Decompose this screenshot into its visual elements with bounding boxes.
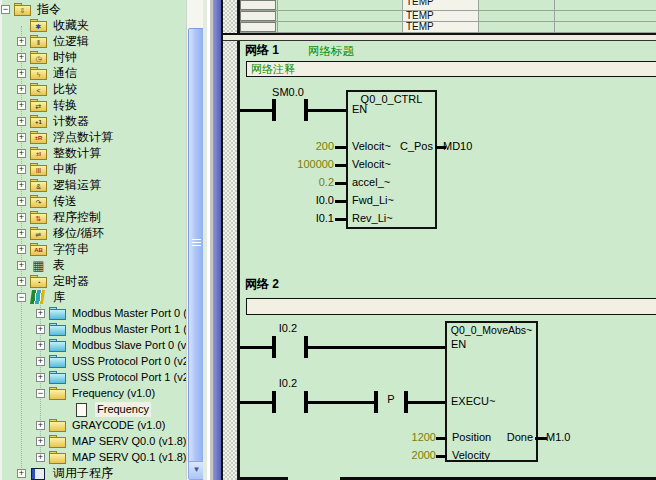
row-selector-cell[interactable] xyxy=(240,0,276,10)
tree-item-10[interactable]: +|||中断 xyxy=(0,161,186,177)
expand-toggle[interactable]: + xyxy=(17,245,26,254)
tree-item-1[interactable]: ✱收藏夹 xyxy=(0,17,186,33)
collapse-toggle[interactable]: − xyxy=(36,389,45,398)
param-value[interactable]: 2000 xyxy=(390,449,436,461)
param-value[interactable]: I0.1 xyxy=(268,212,334,224)
tree-item-27[interactable]: +MAP SERV Q0.0 (v1.8) xyxy=(0,433,186,449)
expand-toggle[interactable]: + xyxy=(17,53,26,62)
library-folder xyxy=(49,355,66,368)
expand-toggle[interactable]: + xyxy=(17,165,26,174)
contact-i0-2[interactable] xyxy=(304,336,308,358)
expand-toggle[interactable]: + xyxy=(17,213,26,222)
expand-toggle[interactable]: + xyxy=(36,341,45,350)
tree-item-15[interactable]: +AB字符串 xyxy=(0,241,186,257)
tree-scrollbar[interactable]: ▼ xyxy=(186,0,204,480)
tree-item-21[interactable]: +Modbus Slave Port 0 (v xyxy=(0,337,186,353)
expand-toggle[interactable]: + xyxy=(36,437,45,446)
expand-toggle[interactable]: + xyxy=(17,469,26,478)
network-1-title[interactable]: 网络标题 xyxy=(308,44,354,59)
param-value[interactable]: 0.2 xyxy=(268,176,334,188)
param-pin: Rev_Li~ xyxy=(352,212,393,224)
expand-toggle[interactable]: + xyxy=(17,149,26,158)
tree-item-3[interactable]: +◷时钟 xyxy=(0,49,186,65)
positive-edge-contact[interactable] xyxy=(404,391,408,413)
expand-toggle[interactable]: + xyxy=(17,101,26,110)
expand-toggle[interactable]: + xyxy=(17,37,26,46)
expand-toggle[interactable]: + xyxy=(17,69,26,78)
param-value[interactable]: 200 xyxy=(268,140,334,152)
network-1-label[interactable]: 网络 1 xyxy=(245,42,279,59)
expand-toggle[interactable]: + xyxy=(17,197,26,206)
tree-item-2[interactable]: +‖位逻辑 xyxy=(0,33,186,49)
var-type-cell[interactable]: TEMP xyxy=(406,0,434,8)
row-selector-cell[interactable] xyxy=(240,22,276,32)
param-value[interactable]: I0.0 xyxy=(268,194,334,206)
param-pin: accel_~ xyxy=(352,176,390,188)
expand-toggle[interactable]: + xyxy=(36,373,45,382)
expand-toggle[interactable]: + xyxy=(17,117,26,126)
collapse-toggle[interactable]: − xyxy=(1,5,10,14)
table-editor-splitter[interactable] xyxy=(223,33,656,41)
tree-item-7[interactable]: ++1计数器 xyxy=(0,113,186,129)
expand-toggle[interactable]: + xyxy=(17,85,26,94)
window-splitter[interactable] xyxy=(213,0,221,480)
edge-contact-label: P xyxy=(381,393,401,405)
row-selector-cell[interactable] xyxy=(240,11,276,21)
tree-item-25[interactable]: Frequency xyxy=(0,401,186,417)
param-value[interactable]: 100000 xyxy=(268,158,334,170)
expand-toggle[interactable]: + xyxy=(17,133,26,142)
tree-item-18[interactable]: −库 xyxy=(0,289,186,305)
instruction-tree[interactable]: −⇩指令✱收藏夹+‖位逻辑+◷时钟+ϟ通信+<比较+⇄转换++1计数器+±R浮点… xyxy=(0,0,186,480)
block-title: Q0_0_MoveAbs~ xyxy=(447,324,536,336)
tree-item-8[interactable]: +±R浮点数计算 xyxy=(0,129,186,145)
tree-item-26[interactable]: +GRAYCODE (v1.0) xyxy=(0,417,186,433)
contact-i0-2[interactable] xyxy=(272,391,276,413)
down-arrow-icon: ▼ xyxy=(193,465,201,474)
positive-edge-contact[interactable] xyxy=(374,391,378,413)
tree-item-14[interactable]: +⇌移位/循环 xyxy=(0,225,186,241)
expand-toggle[interactable]: + xyxy=(36,357,45,366)
expand-toggle[interactable]: + xyxy=(36,421,45,430)
tree-item-label: 计数器 xyxy=(51,114,91,129)
tree-item-13[interactable]: +⇅程序控制 xyxy=(0,209,186,225)
network-1-comment-box[interactable]: 网络注释 xyxy=(246,61,656,77)
expand-toggle[interactable]: + xyxy=(36,453,45,462)
block-en-pin: EN xyxy=(451,338,466,350)
expand-toggle[interactable]: + xyxy=(17,181,26,190)
contact-sm0-0[interactable] xyxy=(272,99,276,121)
tree-item-19[interactable]: +Modbus Master Port 0 ( xyxy=(0,305,186,321)
tree-item-4[interactable]: +ϟ通信 xyxy=(0,65,186,81)
expand-toggle[interactable]: + xyxy=(17,277,26,286)
expand-toggle[interactable]: + xyxy=(36,325,45,334)
contact-sm0-0[interactable] xyxy=(304,99,308,121)
output-operand[interactable]: M1.0 xyxy=(546,431,570,443)
contact-i0-2[interactable] xyxy=(304,391,308,413)
collapse-toggle[interactable]: − xyxy=(17,293,26,302)
tree-item-20[interactable]: +Modbus Master Port 1 ( xyxy=(0,321,186,337)
tree-item-28[interactable]: +MAP SERV Q0.1 (v1.8) xyxy=(0,449,186,465)
tree-item-11[interactable]: +&逻辑运算 xyxy=(0,177,186,193)
network-2-label[interactable]: 网络 2 xyxy=(245,276,279,293)
network-2-comment-box[interactable] xyxy=(246,298,656,315)
tree-item-29[interactable]: +调用子程序 xyxy=(0,465,186,480)
tree-item-label: 整数计算 xyxy=(51,146,103,161)
expand-toggle[interactable]: + xyxy=(17,229,26,238)
tree-item-24[interactable]: −Frequency (v1.0) xyxy=(0,385,186,401)
tree-item-label: 转换 xyxy=(51,98,79,113)
tree-item-12[interactable]: +↷传送 xyxy=(0,193,186,209)
tree-item-label: 中断 xyxy=(51,162,79,177)
tree-item-22[interactable]: +USS Protocol Port 0 (v2 xyxy=(0,353,186,369)
expand-toggle[interactable]: + xyxy=(17,261,26,270)
tree-item-9[interactable]: +±I整数计算 xyxy=(0,145,186,161)
output-operand[interactable]: MD10 xyxy=(443,140,472,152)
tree-item-6[interactable]: +⇄转换 xyxy=(0,97,186,113)
param-value[interactable]: 1200 xyxy=(390,431,436,443)
expand-toggle[interactable]: + xyxy=(36,309,45,318)
tree-item-23[interactable]: +USS Protocol Port 1 (v2 xyxy=(0,369,186,385)
tree-item-5[interactable]: +<比较 xyxy=(0,81,186,97)
contact-i0-2[interactable] xyxy=(272,336,276,358)
wire xyxy=(408,401,445,404)
tree-item-16[interactable]: +▦表 xyxy=(0,257,186,273)
tree-item-17[interactable]: +◔定时器 xyxy=(0,273,186,289)
tree-item-0[interactable]: −⇩指令 xyxy=(0,1,186,17)
